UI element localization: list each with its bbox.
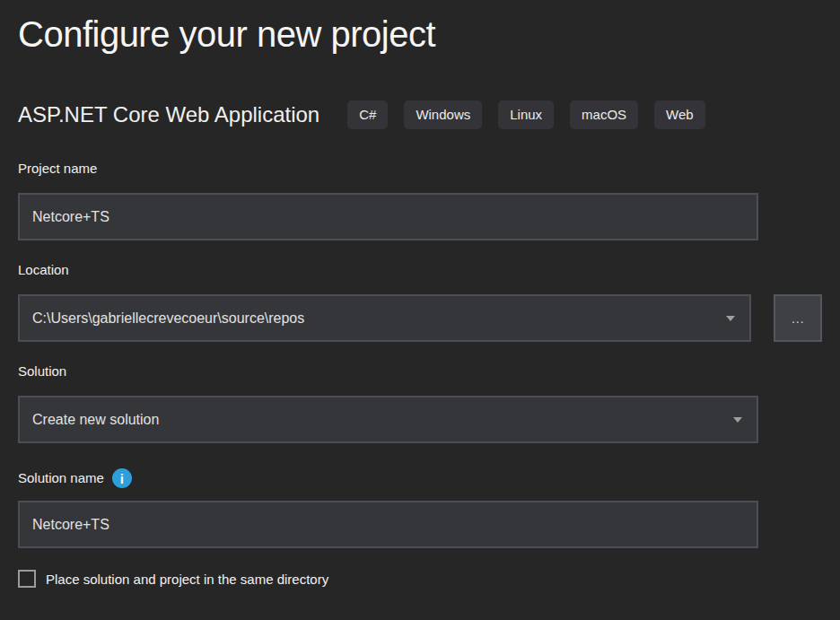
location-value: C:\Users\gabriellecrevecoeur\source\repo…	[32, 310, 304, 327]
template-info-row: ASP.NET Core Web Application C# Windows …	[18, 100, 822, 129]
solution-combobox[interactable]: Create new solution	[18, 396, 758, 443]
tag-macos: macOS	[570, 100, 638, 129]
tag-web: Web	[654, 100, 705, 129]
page-title: Configure your new project	[18, 0, 822, 59]
template-name: ASP.NET Core Web Application	[18, 102, 319, 127]
tag-linux: Linux	[498, 100, 554, 129]
solution-name-input[interactable]	[18, 501, 758, 548]
location-combobox[interactable]: C:\Users\gabriellecrevecoeur\source\repo…	[18, 294, 751, 342]
solution-name-label: Solution name	[18, 471, 104, 485]
same-directory-checkbox[interactable]	[18, 570, 36, 588]
chevron-down-icon	[733, 417, 742, 423]
solution-label: Solution	[18, 364, 822, 379]
info-icon[interactable]: i	[112, 468, 132, 488]
same-directory-option[interactable]: Place solution and project in the same d…	[18, 570, 822, 588]
same-directory-checkbox-label[interactable]: Place solution and project in the same d…	[46, 572, 328, 587]
project-name-label: Project name	[18, 162, 822, 176]
browse-button[interactable]: ...	[774, 294, 822, 342]
location-label: Location	[18, 263, 822, 277]
configure-project-dialog: Configure your new project ASP.NET Core …	[0, 0, 840, 620]
solution-value: Create new solution	[32, 412, 159, 428]
location-row: C:\Users\gabriellecrevecoeur\source\repo…	[18, 294, 822, 342]
project-name-input[interactable]	[18, 193, 758, 240]
chevron-down-icon	[726, 316, 735, 321]
solution-name-label-row: Solution name i	[18, 468, 822, 488]
tag-csharp: C#	[347, 100, 388, 129]
tag-windows: Windows	[404, 100, 482, 129]
